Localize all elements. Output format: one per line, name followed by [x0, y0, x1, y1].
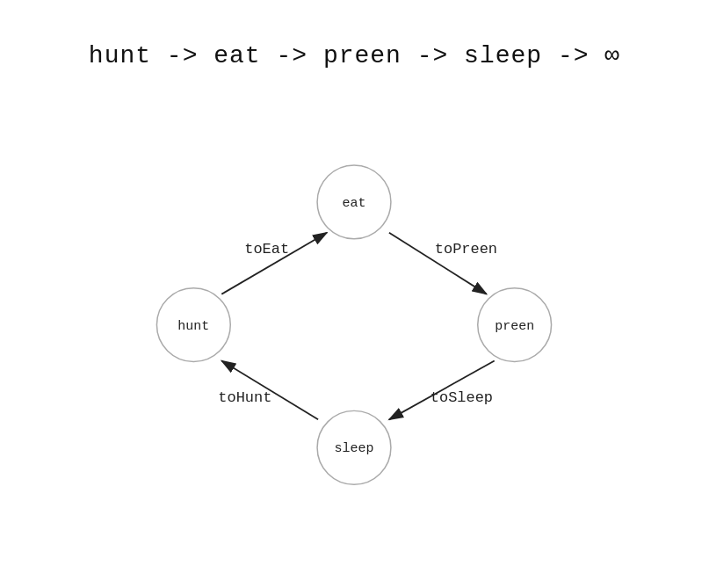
node-preen-label: preen: [495, 319, 534, 333]
edge-label-tohunt: toHunt: [218, 389, 271, 406]
node-eat-label: eat: [343, 196, 366, 210]
edge-label-toeat: toEat: [244, 241, 289, 258]
edge-label-tosleep: toSleep: [430, 389, 493, 406]
edge-label-topreen: toPreen: [435, 241, 497, 258]
node-sleep-label: sleep: [335, 441, 374, 455]
node-hunt-label: hunt: [177, 319, 209, 333]
state-diagram: toEat toPreen toSleep toHunt eat hunt pr…: [0, 114, 709, 588]
title-text: hunt -> eat -> preen -> sleep -> ∞: [0, 42, 709, 69]
